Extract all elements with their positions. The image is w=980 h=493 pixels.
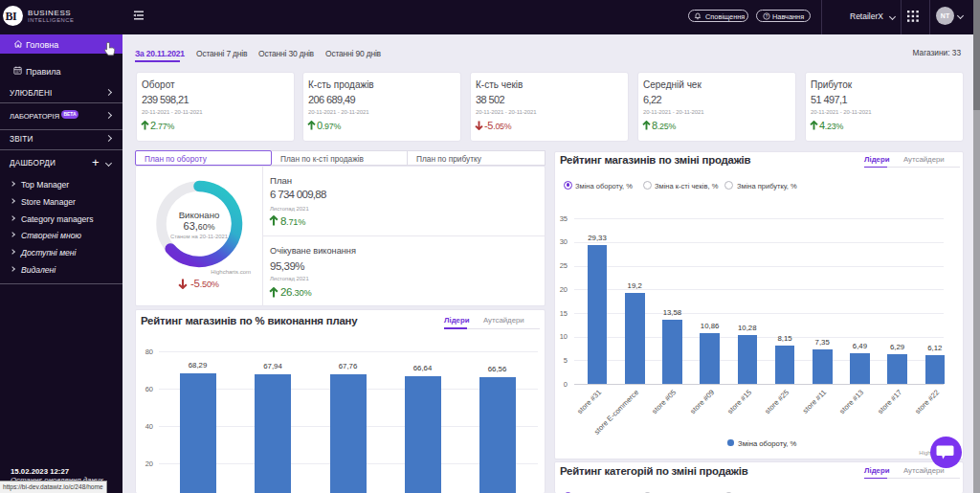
svg-text:?: ? bbox=[765, 13, 768, 18]
